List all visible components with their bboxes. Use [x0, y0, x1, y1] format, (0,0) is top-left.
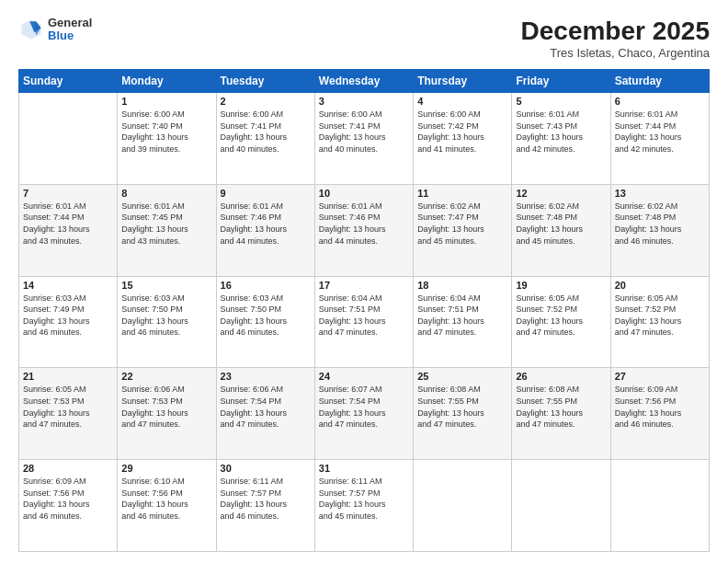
cell-info: Sunrise: 6:02 AMSunset: 7:48 PMDaylight:…	[615, 201, 705, 247]
col-monday: Monday	[118, 70, 216, 93]
col-saturday: Saturday	[610, 70, 709, 93]
cell-day-number: 23	[221, 371, 311, 382]
table-cell: 11Sunrise: 6:02 AMSunset: 7:47 PMDayligh…	[414, 184, 512, 276]
cell-day-number: 26	[516, 371, 606, 382]
cell-day-number: 11	[417, 188, 507, 199]
cell-info: Sunrise: 6:09 AMSunset: 7:56 PMDaylight:…	[23, 476, 113, 522]
cell-day-number: 17	[319, 280, 409, 291]
cell-day-number: 4	[417, 96, 507, 107]
cell-info: Sunrise: 6:09 AMSunset: 7:56 PMDaylight:…	[615, 384, 705, 430]
cell-day-number: 10	[319, 188, 409, 199]
logo-icon	[18, 17, 44, 42]
cell-day-number: 21	[23, 371, 113, 382]
table-cell: 8Sunrise: 6:01 AMSunset: 7:45 PMDaylight…	[118, 184, 216, 276]
week-row-4: 21Sunrise: 6:05 AMSunset: 7:53 PMDayligh…	[19, 368, 710, 460]
calendar-subtitle: Tres Isletas, Chaco, Argentina	[521, 46, 710, 60]
cell-info: Sunrise: 6:04 AMSunset: 7:51 PMDaylight:…	[417, 293, 507, 339]
cell-day-number: 28	[23, 463, 113, 474]
cell-day-number: 19	[516, 280, 606, 291]
cell-day-number: 14	[23, 280, 113, 291]
cell-day-number: 3	[319, 96, 409, 107]
cell-info: Sunrise: 6:05 AMSunset: 7:52 PMDaylight:…	[615, 293, 705, 339]
table-cell: 13Sunrise: 6:02 AMSunset: 7:48 PMDayligh…	[610, 184, 709, 276]
table-cell: 9Sunrise: 6:01 AMSunset: 7:46 PMDaylight…	[216, 184, 314, 276]
table-cell: 4Sunrise: 6:00 AMSunset: 7:42 PMDaylight…	[414, 93, 512, 185]
calendar-title: December 2025	[521, 17, 710, 46]
calendar-header-row: Sunday Monday Tuesday Wednesday Thursday…	[19, 70, 710, 93]
cell-day-number: 24	[319, 371, 409, 382]
table-cell: 14Sunrise: 6:03 AMSunset: 7:49 PMDayligh…	[19, 276, 118, 368]
col-thursday: Thursday	[414, 70, 512, 93]
col-sunday: Sunday	[19, 70, 118, 93]
cell-info: Sunrise: 6:00 AMSunset: 7:40 PMDaylight:…	[121, 109, 211, 155]
cell-day-number: 30	[221, 463, 311, 474]
logo-text: General Blue	[48, 17, 92, 43]
col-friday: Friday	[512, 70, 610, 93]
cell-info: Sunrise: 6:11 AMSunset: 7:57 PMDaylight:…	[319, 476, 409, 522]
cell-info: Sunrise: 6:03 AMSunset: 7:50 PMDaylight:…	[221, 293, 311, 339]
cell-day-number: 9	[221, 188, 311, 199]
cell-day-number: 29	[121, 463, 211, 474]
week-row-5: 28Sunrise: 6:09 AMSunset: 7:56 PMDayligh…	[19, 460, 710, 552]
logo-general-text: General	[48, 17, 92, 29]
cell-info: Sunrise: 6:03 AMSunset: 7:49 PMDaylight:…	[23, 293, 113, 339]
table-cell: 18Sunrise: 6:04 AMSunset: 7:51 PMDayligh…	[414, 276, 512, 368]
table-cell: 30Sunrise: 6:11 AMSunset: 7:57 PMDayligh…	[216, 460, 314, 552]
table-cell: 10Sunrise: 6:01 AMSunset: 7:46 PMDayligh…	[314, 184, 413, 276]
col-tuesday: Tuesday	[216, 70, 314, 93]
cell-day-number: 22	[121, 371, 211, 382]
cell-day-number: 13	[615, 188, 705, 199]
cell-info: Sunrise: 6:06 AMSunset: 7:54 PMDaylight:…	[221, 384, 311, 430]
table-cell: 20Sunrise: 6:05 AMSunset: 7:52 PMDayligh…	[610, 276, 709, 368]
cell-info: Sunrise: 6:01 AMSunset: 7:44 PMDaylight:…	[23, 201, 113, 247]
cell-info: Sunrise: 6:11 AMSunset: 7:57 PMDaylight:…	[221, 476, 311, 522]
cell-info: Sunrise: 6:03 AMSunset: 7:50 PMDaylight:…	[121, 293, 211, 339]
table-cell	[512, 460, 610, 552]
table-cell: 29Sunrise: 6:10 AMSunset: 7:56 PMDayligh…	[118, 460, 216, 552]
cell-day-number: 16	[221, 280, 311, 291]
cell-info: Sunrise: 6:05 AMSunset: 7:53 PMDaylight:…	[23, 384, 113, 430]
table-cell	[610, 460, 709, 552]
cell-day-number: 7	[23, 188, 113, 199]
cell-day-number: 20	[615, 280, 705, 291]
cell-info: Sunrise: 6:01 AMSunset: 7:46 PMDaylight:…	[319, 201, 409, 247]
table-cell: 5Sunrise: 6:01 AMSunset: 7:43 PMDaylight…	[512, 93, 610, 185]
table-cell	[414, 460, 512, 552]
cell-info: Sunrise: 6:01 AMSunset: 7:43 PMDaylight:…	[516, 109, 606, 155]
cell-info: Sunrise: 6:08 AMSunset: 7:55 PMDaylight:…	[516, 384, 606, 430]
cell-info: Sunrise: 6:06 AMSunset: 7:53 PMDaylight:…	[121, 384, 211, 430]
logo-blue-text: Blue	[48, 29, 92, 42]
week-row-2: 7Sunrise: 6:01 AMSunset: 7:44 PMDaylight…	[19, 184, 710, 276]
table-cell: 3Sunrise: 6:00 AMSunset: 7:41 PMDaylight…	[314, 93, 413, 185]
header: General Blue December 2025 Tres Isletas,…	[18, 17, 710, 60]
cell-info: Sunrise: 6:01 AMSunset: 7:45 PMDaylight:…	[121, 201, 211, 247]
table-cell: 17Sunrise: 6:04 AMSunset: 7:51 PMDayligh…	[314, 276, 413, 368]
cell-info: Sunrise: 6:00 AMSunset: 7:41 PMDaylight:…	[221, 109, 311, 155]
cell-day-number: 1	[121, 96, 211, 107]
table-cell: 19Sunrise: 6:05 AMSunset: 7:52 PMDayligh…	[512, 276, 610, 368]
week-row-1: 1Sunrise: 6:00 AMSunset: 7:40 PMDaylight…	[19, 93, 710, 185]
table-cell: 28Sunrise: 6:09 AMSunset: 7:56 PMDayligh…	[19, 460, 118, 552]
logo: General Blue	[18, 17, 92, 43]
week-row-3: 14Sunrise: 6:03 AMSunset: 7:49 PMDayligh…	[19, 276, 710, 368]
cell-info: Sunrise: 6:04 AMSunset: 7:51 PMDaylight:…	[319, 293, 409, 339]
cell-day-number: 27	[615, 371, 705, 382]
table-cell: 25Sunrise: 6:08 AMSunset: 7:55 PMDayligh…	[414, 368, 512, 460]
calendar-table: Sunday Monday Tuesday Wednesday Thursday…	[18, 69, 710, 552]
table-cell: 12Sunrise: 6:02 AMSunset: 7:48 PMDayligh…	[512, 184, 610, 276]
table-cell: 21Sunrise: 6:05 AMSunset: 7:53 PMDayligh…	[19, 368, 118, 460]
cell-info: Sunrise: 6:00 AMSunset: 7:42 PMDaylight:…	[417, 109, 507, 155]
cell-day-number: 5	[516, 96, 606, 107]
table-cell: 24Sunrise: 6:07 AMSunset: 7:54 PMDayligh…	[314, 368, 413, 460]
table-cell: 23Sunrise: 6:06 AMSunset: 7:54 PMDayligh…	[216, 368, 314, 460]
title-block: December 2025 Tres Isletas, Chaco, Argen…	[521, 17, 710, 60]
table-cell	[19, 93, 118, 185]
table-cell: 1Sunrise: 6:00 AMSunset: 7:40 PMDaylight…	[118, 93, 216, 185]
cell-day-number: 18	[417, 280, 507, 291]
page: General Blue December 2025 Tres Isletas,…	[0, 0, 728, 563]
cell-info: Sunrise: 6:07 AMSunset: 7:54 PMDaylight:…	[319, 384, 409, 430]
cell-info: Sunrise: 6:00 AMSunset: 7:41 PMDaylight:…	[319, 109, 409, 155]
table-cell: 7Sunrise: 6:01 AMSunset: 7:44 PMDaylight…	[19, 184, 118, 276]
cell-info: Sunrise: 6:01 AMSunset: 7:46 PMDaylight:…	[221, 201, 311, 247]
cell-info: Sunrise: 6:01 AMSunset: 7:44 PMDaylight:…	[615, 109, 705, 155]
